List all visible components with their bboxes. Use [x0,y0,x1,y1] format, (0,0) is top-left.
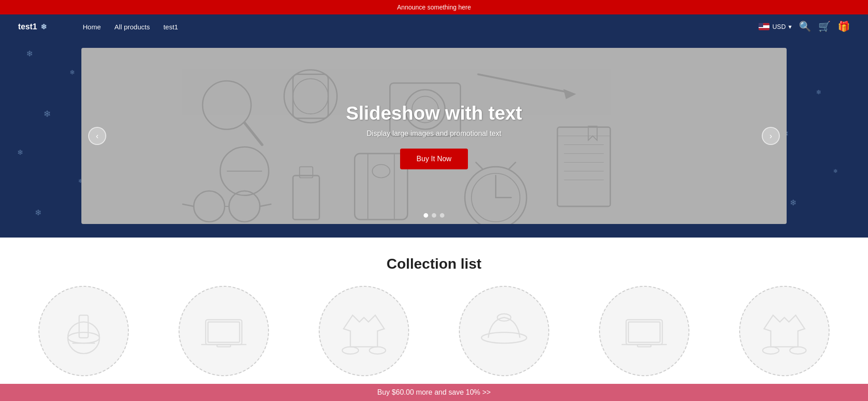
collection-item-6[interactable] [719,286,850,376]
slide-dot-2[interactable] [432,213,436,218]
header: test1 ❄ Home All products test1 USD ▾ 🔍 … [0,14,868,39]
announcement-text: Announce something here [397,4,471,11]
svg-line-16 [260,204,271,206]
slide-dot-3[interactable] [440,213,444,218]
main-nav: Home All products test1 [83,23,178,31]
svg-marker-9 [564,90,575,99]
svg-point-45 [369,347,386,354]
snowflake-icon: ❄ [17,148,23,157]
collection-item-4[interactable] [439,286,570,376]
nav-home[interactable]: Home [83,23,101,31]
gift-button[interactable]: 🎁 [838,21,850,33]
collection-item-3[interactable] [298,286,429,376]
svg-line-8 [478,75,566,92]
collection-circle-1 [38,286,129,376]
collection-circle-3 [319,286,409,376]
svg-rect-50 [628,322,660,342]
slideshow-title: Slideshow with text [346,103,522,124]
svg-rect-41 [206,320,242,345]
cart-button[interactable]: 🛒 [818,21,830,33]
nav-test1[interactable]: test1 [163,23,178,31]
collection-circle-5 [599,286,689,376]
announcement-bar: Announce something here [0,0,868,14]
slideshow-dots [424,213,444,218]
svg-point-54 [763,347,779,354]
search-button[interactable]: 🔍 [799,21,811,33]
svg-rect-49 [626,320,662,345]
snowflake-icon: ❄ [70,69,75,76]
slideshow-content: Slideshow with text Display large images… [346,103,522,169]
logo-snowflake-icon: ❄ [41,23,47,31]
logo[interactable]: test1 ❄ [18,22,47,32]
snowflake-icon: ❄ [26,49,33,59]
svg-point-12 [194,191,225,222]
snowflake-icon: ❄ [35,208,42,218]
bottom-bar-text: Buy $60.00 more and save 10% >> [377,388,491,396]
snowflake-icon: ❄ [790,198,797,208]
logo-text: test1 [18,22,37,32]
svg-line-1 [245,123,262,145]
svg-rect-44 [217,345,231,347]
slideshow-container: Slideshow with text Display large images… [81,48,787,224]
slideshow-prev-button[interactable]: ‹ [88,127,106,145]
svg-point-46 [342,347,359,354]
snowflake-icon: ❄ [833,168,838,174]
svg-point-53 [790,347,806,354]
svg-rect-39 [79,315,88,338]
us-flag-icon [759,23,769,30]
svg-rect-29 [557,127,610,207]
collection-circle-6 [739,286,830,376]
header-actions: USD ▾ 🔍 🛒 🎁 [759,21,850,33]
svg-point-2 [284,70,337,123]
collection-circle-2 [179,286,269,376]
collection-item-1[interactable] [18,286,149,376]
collection-section: Collection list [0,238,868,385]
snow-background: ❄ ❄ ❄ ❄ ❄ ❄ ❄ ❄ ❄ ❄ ❄ ❄ ❄ ❄ ❄ ❄ ❄ [0,39,868,238]
currency-chevron-icon: ▾ [788,23,792,30]
buy-it-now-button[interactable]: Buy It Now [400,149,467,169]
svg-marker-36 [588,126,597,140]
snowflake-icon: ❄ [43,108,51,119]
svg-rect-52 [637,345,651,347]
currency-selector[interactable]: USD ▾ [759,23,792,30]
collection-item-5[interactable] [579,286,710,376]
svg-rect-42 [208,322,240,342]
currency-label: USD [772,23,786,30]
svg-rect-4 [293,75,328,119]
nav-all-products[interactable]: All products [114,23,150,31]
svg-rect-17 [293,176,320,220]
collection-item-2[interactable] [158,286,289,376]
bottom-bar[interactable]: Buy $60.00 more and save 10% >> [0,384,868,401]
snowflake-icon: ❄ [816,89,821,96]
collection-circle-4 [459,286,549,376]
collection-list [18,286,850,376]
svg-point-3 [293,79,328,114]
slideshow-next-button[interactable]: › [762,127,780,145]
collection-title: Collection list [18,256,850,272]
slideshow: Slideshow with text Display large images… [81,48,787,224]
svg-line-15 [183,204,193,206]
slide-dot-1[interactable] [424,213,428,218]
slideshow-subtitle: Display large images and promotional tex… [346,130,522,138]
